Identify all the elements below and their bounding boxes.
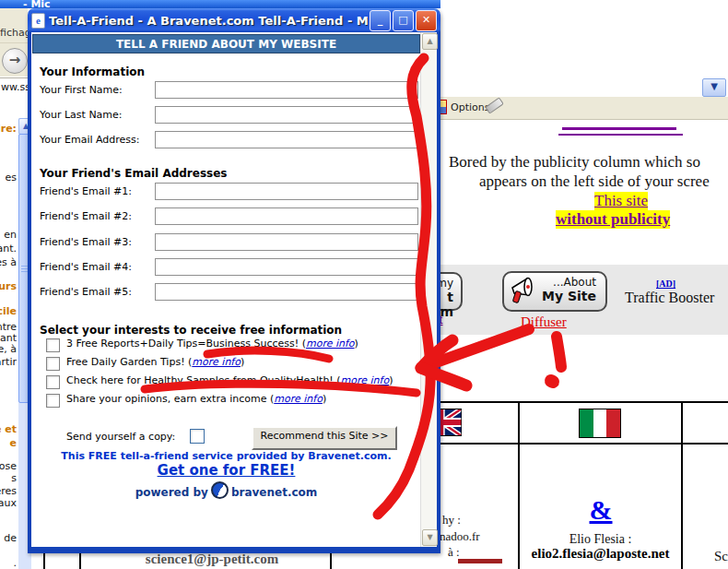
left-fragment: e xyxy=(10,437,17,449)
your-information-heading: Your Information xyxy=(40,65,145,78)
address-bar-right[interactable] xyxy=(440,77,728,98)
dialog-body: TELL A FRIEND ABOUT MY WEBSITE Your Info… xyxy=(28,32,440,553)
interest-2-label: Free Daily Garden Tips! (more info) xyxy=(66,356,244,368)
left-fragment: e, à xyxy=(0,343,17,355)
options-button[interactable]: Options xyxy=(451,101,489,113)
dialog-title: Tell-A-Friend - A Bravenet.com Tell-A-Fr… xyxy=(49,14,368,28)
more-info-link[interactable]: more info xyxy=(341,374,390,386)
recommend-button[interactable]: Recommend this Site >> xyxy=(252,426,397,450)
ad-link[interactable]: [AD] xyxy=(656,279,675,289)
brand-name: bravenet.com xyxy=(231,486,317,499)
email-address-input[interactable] xyxy=(155,131,418,148)
interest-3-checkbox[interactable] xyxy=(46,375,60,389)
screenshot-stage: - Mic fichage → ww.ssf. ▼ Options Bored … xyxy=(0,0,728,569)
bravenet-logo-icon xyxy=(211,481,229,499)
contact-email: elio2.flesia@laposte.net xyxy=(505,546,696,562)
promo-text-line2: appears on the left side of your scree xyxy=(479,172,728,191)
bottom-table-border-3 xyxy=(330,552,332,569)
interests-heading: Select your interests to receive free in… xyxy=(40,324,342,337)
friend-email-2-input[interactable] xyxy=(155,207,418,225)
cell-text-fragment-1: hy : xyxy=(442,513,461,528)
friend-email-5-input[interactable] xyxy=(155,283,418,301)
clipped-purple-link-underline xyxy=(558,134,683,136)
bottom-email-text: science1@jp-petit.com xyxy=(111,551,313,567)
friend-email-1-label: Friend's Email #1: xyxy=(40,185,132,197)
left-fragment: de xyxy=(4,532,17,544)
more-info-link[interactable]: more info xyxy=(306,338,355,350)
friend-email-2-label: Friend's Email #2: xyxy=(40,210,132,222)
service-line: This FREE tell-a-friend service provided… xyxy=(31,450,421,462)
ampersand-link[interactable]: & xyxy=(581,494,621,526)
close-button[interactable]: ✕ xyxy=(416,10,437,31)
cell-text-fragment-3: à : xyxy=(448,545,460,560)
left-fragment: aux xyxy=(0,497,17,509)
interest-1-label: 3 Free Reports+Daily Tips=Business Succe… xyxy=(66,338,358,350)
this-site-link[interactable]: This site xyxy=(594,192,648,210)
maximize-button[interactable]: □ xyxy=(393,10,414,31)
left-fragment: urs xyxy=(0,280,17,292)
dialog-titlebar[interactable]: e Tell-A-Friend - A Bravenet.com Tell-A-… xyxy=(28,8,440,32)
tell-a-friend-dialog: e Tell-A-Friend - A Bravenet.com Tell-A-… xyxy=(28,8,440,553)
interest-4-checkbox[interactable] xyxy=(46,394,60,408)
send-copy-label: Send yourself a copy: xyxy=(66,431,175,443)
clipped-purple-link-fragment xyxy=(562,127,676,130)
get-one-free-link[interactable]: Get one for FREE! xyxy=(31,462,421,479)
interest-3-label: Check here for Healthy Samples from Qual… xyxy=(66,374,393,386)
ie-page-icon: e xyxy=(31,13,45,29)
dialog-scrollbar[interactable]: ▲ ▼ xyxy=(420,32,437,547)
interest-1-checkbox[interactable] xyxy=(46,338,60,352)
clipped-mailto-link-fragment xyxy=(458,559,502,563)
form-header-banner: TELL A FRIEND ABOUT MY WEBSITE xyxy=(32,34,420,53)
address-dropdown-button[interactable]: ▼ xyxy=(702,78,726,97)
interest-4-label: Share your opinions, earn extra income (… xyxy=(66,393,326,405)
more-info-link[interactable]: more info xyxy=(192,356,241,368)
address-bar-left[interactable]: ww.ssf. xyxy=(0,77,28,97)
left-fragment: cile xyxy=(0,305,17,317)
minimize-button[interactable]: _ xyxy=(370,10,391,31)
background-title-fragment: - Mic xyxy=(23,0,51,8)
friend-email-3-input[interactable] xyxy=(155,233,418,251)
send-copy-checkbox[interactable] xyxy=(190,429,205,444)
promo-text-line1: Bored by the publicity column which so xyxy=(449,153,728,172)
left-fragment: ées à xyxy=(0,256,17,268)
italy-flag[interactable] xyxy=(579,409,621,438)
interest-2-checkbox[interactable] xyxy=(46,357,60,371)
last-name-input[interactable] xyxy=(155,106,418,124)
traffic-booster-label: Traffic Booster xyxy=(625,290,714,306)
dialog-scroll-down-button[interactable]: ▼ xyxy=(422,529,438,546)
dialog-scroll-up-button[interactable]: ▲ xyxy=(422,33,438,50)
more-info-link[interactable]: more info xyxy=(274,393,323,405)
background-titlebar: - Mic xyxy=(0,0,440,8)
last-name-label: Your Last Name: xyxy=(40,109,123,121)
background-menubar: fichage xyxy=(0,8,28,43)
marker-exclamation-dot xyxy=(551,381,553,382)
friend-email-4-input[interactable] xyxy=(155,258,418,276)
bottom-table-border-1 xyxy=(43,552,45,569)
bottom-table-border-2 xyxy=(79,552,81,569)
left-fragment: ire: xyxy=(0,123,17,135)
megaphone-icon xyxy=(509,275,542,306)
left-fragment: s xyxy=(11,472,17,484)
friend-email-1-input[interactable] xyxy=(155,183,418,200)
powered-by-line: powered bybravenet.com xyxy=(31,481,421,499)
go-arrow-button[interactable]: → xyxy=(2,48,28,74)
left-fragment: ères xyxy=(0,485,17,497)
diffuser-link[interactable]: Diffuser xyxy=(521,314,567,330)
table-border-row xyxy=(405,443,728,445)
left-fragment: oose xyxy=(0,460,17,472)
friend-email-4-label: Friend's Email #4: xyxy=(40,261,132,273)
friends-heading: Your Friend's Email Addresses xyxy=(40,167,228,180)
without-publicity-link[interactable]: without publicity xyxy=(556,210,670,229)
left-fragment: . xyxy=(14,557,18,569)
email-address-label: Your Email Address: xyxy=(40,134,140,146)
left-fragment: es xyxy=(6,172,18,184)
right-cell-fragment: Sc xyxy=(714,549,728,564)
table-border-top xyxy=(405,401,728,403)
first-name-label: Your First Name: xyxy=(40,84,123,96)
contact-name: Elio Flesia : xyxy=(519,532,682,547)
marker-exclamation-bar xyxy=(557,337,561,367)
first-name-input[interactable] xyxy=(155,81,418,99)
cell-text-fragment-2: nadoo.fr xyxy=(440,529,480,544)
left-fragment: en xyxy=(4,229,17,241)
left-fragment: ant. xyxy=(0,243,17,255)
